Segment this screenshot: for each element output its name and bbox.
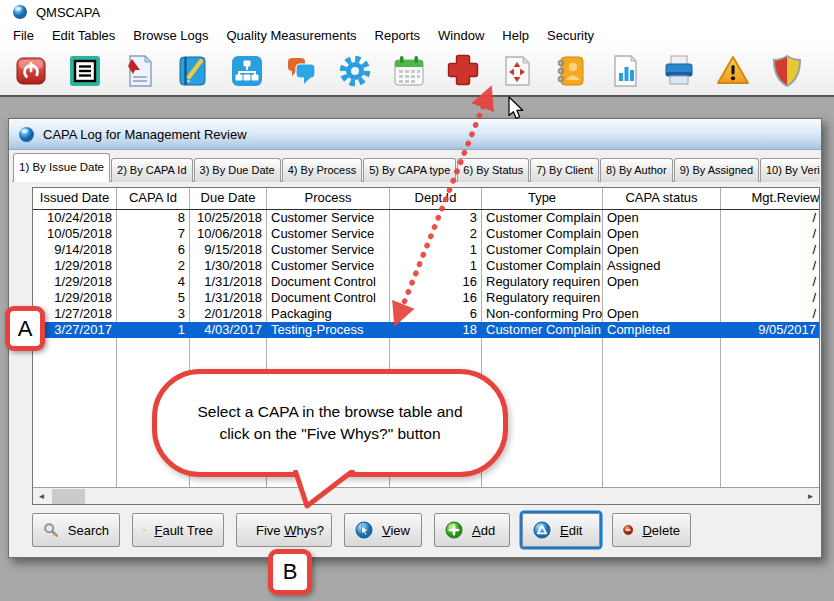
- table-row[interactable]: 9/14/201869/15/2018Customer Service1Cust…: [33, 242, 819, 258]
- table-cell: [33, 466, 117, 482]
- table-cell: 9/15/2018: [190, 242, 267, 258]
- tab-by-capa-id[interactable]: 2) By CAPA Id: [111, 158, 193, 182]
- search-button[interactable]: Search: [32, 513, 120, 547]
- table-cell: 2: [390, 226, 482, 242]
- table-row[interactable]: 1/29/201851/31/2018Document Control16Reg…: [33, 290, 819, 306]
- table-cell: 3/27/2017: [33, 322, 117, 338]
- alerts-icon[interactable]: [714, 52, 752, 90]
- menu-edit-tables[interactable]: Edit Tables: [43, 25, 124, 46]
- view-button[interactable]: View: [344, 513, 422, 547]
- tab-by-client[interactable]: 7) By Client: [530, 158, 599, 182]
- table-cell: Customer Complain: [482, 226, 603, 242]
- menu-reports[interactable]: Reports: [366, 25, 430, 46]
- table-cell: [117, 354, 190, 370]
- table-cell: 1/29/2018: [33, 258, 117, 274]
- table-cell: 2/01/2018: [190, 306, 267, 322]
- table-cell: /: [721, 242, 820, 258]
- table-cell: 8: [117, 210, 190, 226]
- menu-quality-measurements[interactable]: Quality Measurements: [217, 25, 365, 46]
- scroll-right-button[interactable]: ►: [802, 488, 819, 504]
- column-header[interactable]: Issued Date: [33, 188, 117, 209]
- table-cell: Assigned: [603, 258, 721, 274]
- print-icon[interactable]: [660, 52, 698, 90]
- add-sphere-icon: [445, 521, 463, 539]
- edit-button[interactable]: Edit: [522, 513, 600, 547]
- menu-browse-logs[interactable]: Browse Logs: [124, 25, 217, 46]
- table-cell: [603, 370, 721, 386]
- table-row[interactable]: 10/05/2018710/06/2018Customer Service2Cu…: [33, 226, 819, 242]
- table-row[interactable]: 3/27/201714/03/2017Testing-Process18Cust…: [33, 322, 819, 338]
- table-cell: [721, 450, 820, 466]
- annotation-badge-b: B: [268, 549, 312, 595]
- horizontal-scrollbar[interactable]: ◄ ►: [33, 487, 819, 504]
- column-header[interactable]: Mgt.Review: [721, 188, 820, 209]
- add-record-icon[interactable]: [444, 52, 482, 90]
- browse-tables-icon[interactable]: [66, 52, 104, 90]
- column-header[interactable]: Due Date: [190, 188, 267, 209]
- table-cell: [482, 354, 603, 370]
- column-header[interactable]: Type: [482, 188, 603, 209]
- table-cell: Completed: [603, 322, 721, 338]
- tab-by-due-date[interactable]: 3) By Due Date: [194, 158, 281, 182]
- scroll-left-button[interactable]: ◄: [33, 488, 50, 504]
- table-cell: 1/29/2018: [33, 274, 117, 290]
- table-cell: 10/06/2018: [190, 226, 267, 242]
- table-cell: [267, 354, 390, 370]
- app-title: QMSCAPA: [36, 5, 100, 20]
- column-header[interactable]: Dept.Id: [390, 188, 482, 209]
- table-cell: [603, 434, 721, 450]
- button-label: Add: [472, 523, 495, 538]
- tab-by-author[interactable]: 8) By Author: [600, 158, 673, 182]
- edit-sphere-icon: [533, 521, 551, 539]
- table-row[interactable]: 1/29/201821/30/2018Customer Service1Cust…: [33, 258, 819, 274]
- table-cell: /: [721, 306, 820, 322]
- button-label: View: [382, 523, 410, 538]
- table-cell: /: [721, 226, 820, 242]
- table-row[interactable]: 1/29/201841/31/2018Document Control16Reg…: [33, 274, 819, 290]
- five-whys-button[interactable]: Five Whys?: [236, 513, 332, 547]
- exit-icon[interactable]: [12, 52, 50, 90]
- menu-file[interactable]: File: [4, 25, 43, 46]
- table-cell: Regulatory requiren: [482, 290, 603, 306]
- column-header[interactable]: CAPA status: [603, 188, 721, 209]
- settings-icon[interactable]: [336, 52, 374, 90]
- table-row[interactable]: 10/24/2018810/25/2018Customer Service3Cu…: [33, 210, 819, 226]
- table-cell: 16: [390, 290, 482, 306]
- menu-security[interactable]: Security: [538, 25, 603, 46]
- tab-by-capa-type[interactable]: 5) By CAPA type: [363, 158, 456, 182]
- report-chart-icon[interactable]: [606, 52, 644, 90]
- window-titlebar[interactable]: CAPA Log for Management Review: [9, 119, 821, 150]
- org-chart-icon[interactable]: [228, 52, 266, 90]
- menu-help[interactable]: Help: [493, 25, 538, 46]
- table-cell: Customer Service: [267, 210, 390, 226]
- fault-tree-button[interactable]: Fault Tree: [132, 513, 224, 547]
- table-cell: 1: [390, 242, 482, 258]
- tab-by-issue-date[interactable]: 1) By Issue Date: [13, 153, 110, 182]
- document-viewer-icon[interactable]: [120, 52, 158, 90]
- tab-by-process[interactable]: 4) By Process: [282, 158, 362, 182]
- tab-by-verifier[interactable]: 10) By Verifier: [760, 158, 820, 182]
- tab-strip: 1) By Issue Date 2) By CAPA Id 3) By Due…: [13, 153, 820, 182]
- table-cell: Customer Complain: [482, 322, 603, 338]
- messages-icon[interactable]: [282, 52, 320, 90]
- delete-button[interactable]: Delete: [612, 513, 691, 547]
- table-cell: Customer Service: [267, 242, 390, 258]
- scrollbar-thumb[interactable]: [52, 489, 85, 504]
- menu-window[interactable]: Window: [429, 25, 493, 46]
- five-whys-icon[interactable]: [498, 52, 536, 90]
- table-cell: Open: [603, 210, 721, 226]
- add-button[interactable]: Add: [434, 513, 510, 547]
- table-cell: [390, 338, 482, 354]
- column-header[interactable]: CAPA Id: [117, 188, 190, 209]
- tab-by-assigned[interactable]: 9) By Assigned: [674, 158, 759, 182]
- edit-notebook-icon[interactable]: [174, 52, 212, 90]
- table-cell: 16: [390, 274, 482, 290]
- column-header[interactable]: Process: [267, 188, 390, 209]
- calendar-icon[interactable]: [390, 52, 428, 90]
- tab-by-status[interactable]: 6) By Status: [457, 158, 529, 182]
- table-cell: 1/29/2018: [33, 290, 117, 306]
- table-row[interactable]: 1/27/201832/01/2018Packaging6Non-conform…: [33, 306, 819, 322]
- security-shield-icon[interactable]: [768, 52, 806, 90]
- contacts-icon[interactable]: [552, 52, 590, 90]
- table-cell: /: [721, 258, 820, 274]
